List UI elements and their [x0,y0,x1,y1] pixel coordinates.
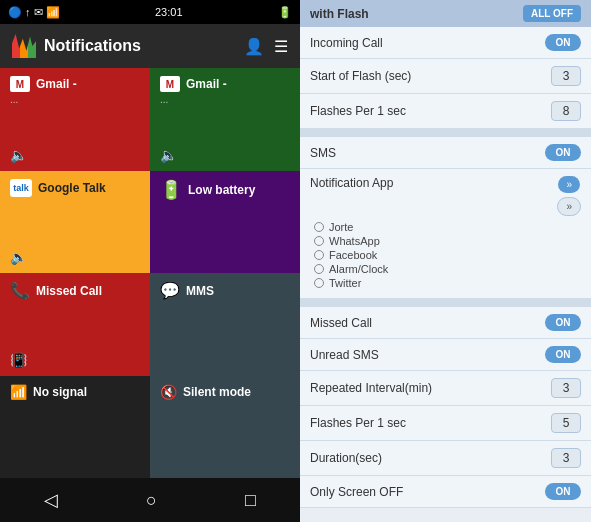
only-screen-off-row: Only Screen OFF ON [300,476,591,508]
notification-grid: M Gmail - ... 🔈 M Gmail - ... 🔈 talk Goo… [0,68,300,478]
notification-title: Notifications [12,34,141,58]
notif-cell-nosignal[interactable]: 📶 No signal [0,376,150,479]
mms-icon: 💬 [160,281,180,300]
right-status-icons: 🔋 [278,6,292,19]
notif-cell-gmail2[interactable]: M Gmail - ... 🔈 [150,68,300,171]
notif-cell-gtalk[interactable]: talk Google Talk 🔈 [0,171,150,274]
talk-icon: talk [10,179,32,197]
nosignal-icon: 📶 [10,384,27,400]
gmail1-subtitle: ... [10,94,140,105]
sound-icon-3: 🔈 [10,249,140,265]
battery-icon: 🔋 [278,6,292,19]
start-flash-label: Start of Flash (sec) [310,69,411,83]
page-title: Notifications [44,37,141,55]
flashes-per-sec-value-2[interactable]: 5 [551,413,581,433]
list-item[interactable]: Alarm/Clock [314,263,581,275]
flashes-per-sec-row-2: Flashes Per 1 sec 5 [300,406,591,441]
notif-cell-gmail1[interactable]: M Gmail - ... 🔈 [0,68,150,171]
repeated-interval-value[interactable]: 3 [551,378,581,398]
list-item[interactable]: WhatsApp [314,235,581,247]
status-icons: 🔵 ↑ ✉ 📶 [8,6,60,19]
nosignal-title: 📶 No signal [10,384,140,400]
lowbat-icon: 🔋 [160,179,182,201]
lowbat-title: 🔋 Low battery [160,179,290,201]
notif-app-section: Notification App » » Jorte WhatsApp Face… [300,169,591,299]
unread-sms-toggle[interactable]: ON [545,346,581,363]
flash-section-header: with Flash ALL OFF [300,0,591,27]
start-flash-value[interactable]: 3 [551,66,581,86]
flashes-per-sec-value-1[interactable]: 8 [551,101,581,121]
only-screen-off-toggle[interactable]: ON [545,483,581,500]
gtalk-title: talk Google Talk [10,179,140,197]
sound-icon-2: 🔈 [160,147,290,163]
incoming-call-label: Incoming Call [310,36,383,50]
incoming-call-toggle[interactable]: ON [545,34,581,51]
notif-cell-silent[interactable]: 🔇 Silent mode [150,376,300,479]
incoming-call-row: Incoming Call ON [300,27,591,59]
sound-icon-5: 📳 [10,352,140,368]
notif-app-label: Notification App [310,176,393,190]
status-bar: 🔵 ↑ ✉ 📶 23:01 🔋 [0,0,300,24]
notif-cell-missed[interactable]: 📞 Missed Call 📳 [0,273,150,376]
with-flash-label: with Flash [310,7,369,21]
divider-1 [300,129,591,137]
duration-row: Duration(sec) 3 [300,441,591,476]
gmail1-title: M Gmail - [10,76,140,92]
duration-label: Duration(sec) [310,451,382,465]
clock: 23:01 [155,6,183,18]
right-panel: with Flash ALL OFF Incoming Call ON Star… [300,0,591,522]
notification-header: Notifications 👤 ☰ [0,24,300,68]
radio-twitter [314,278,324,288]
sound-icon: 🔈 [10,147,140,163]
bottom-nav: ◁ ○ □ [0,478,300,522]
flashes-per-sec-label-2: Flashes Per 1 sec [310,416,406,430]
divider-2 [300,299,591,307]
signal-icon: ↑ [25,6,31,18]
repeated-interval-row: Repeated Interval(min) 3 [300,371,591,406]
list-item[interactable]: Facebook [314,249,581,261]
unread-sms-label: Unread SMS [310,348,379,362]
gmail2-title: M Gmail - [160,76,290,92]
unread-sms-row: Unread SMS ON [300,339,591,371]
sms-toggle[interactable]: ON [545,144,581,161]
recents-button[interactable]: □ [245,490,256,511]
notif-cell-lowbat[interactable]: 🔋 Low battery [150,171,300,274]
notif-cell-mms[interactable]: 💬 MMS [150,273,300,376]
back-button[interactable]: ◁ [44,489,58,511]
add-user-icon[interactable]: 👤 [244,37,264,56]
mail-icon: ✉ [34,6,43,19]
radio-alarm [314,264,324,274]
duration-value[interactable]: 3 [551,448,581,468]
notif-app-forward-btn[interactable]: » [558,176,580,193]
list-item[interactable]: Jorte [314,221,581,233]
radio-jorte [314,222,324,232]
app-list: Jorte WhatsApp Facebook Alarm/Clock Twit… [310,221,581,289]
repeated-interval-label: Repeated Interval(min) [310,381,432,395]
gmail2-subtitle: ... [160,94,290,105]
bluetooth-icon: 🔵 [8,6,22,19]
all-off-button[interactable]: ALL OFF [523,5,581,22]
missed-call-toggle[interactable]: ON [545,314,581,331]
missed-call-row: Missed Call ON [300,307,591,339]
radio-whatsapp [314,236,324,246]
flashes-per-sec-label-1: Flashes Per 1 sec [310,104,406,118]
missed-call-label: Missed Call [310,316,372,330]
gmail-icon-2: M [160,76,180,92]
radio-facebook [314,250,324,260]
start-flash-row: Start of Flash (sec) 3 [300,59,591,94]
menu-icon[interactable]: ☰ [274,37,288,56]
notif-app-back-btn[interactable]: » [557,197,581,216]
home-button[interactable]: ○ [146,490,157,511]
sms-row: SMS ON [300,137,591,169]
mms-title: 💬 MMS [160,281,290,300]
silent-title: 🔇 Silent mode [160,384,290,400]
sms-label: SMS [310,146,336,160]
wifi-icon: 📶 [46,6,60,19]
missed-title: 📞 Missed Call [10,281,140,300]
only-screen-off-label: Only Screen OFF [310,485,403,499]
list-item[interactable]: Twitter [314,277,581,289]
app-logo-icon [12,34,36,58]
left-panel: 🔵 ↑ ✉ 📶 23:01 🔋 Notifications 👤 ☰ M Gmai… [0,0,300,522]
flashes-per-sec-row-1: Flashes Per 1 sec 8 [300,94,591,129]
notif-app-header: Notification App » » [310,176,581,216]
